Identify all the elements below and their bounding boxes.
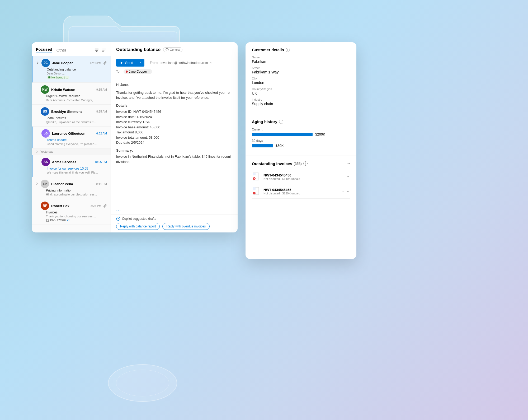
email-time: 8:25 PM [91, 204, 101, 207]
days30-amount: $50K [276, 144, 284, 148]
list-item[interactable]: LG Laurence Gilbertson 6:52 AM Teams upd… [32, 127, 111, 148]
email-list-sidebar: Focused Other [32, 42, 111, 232]
invoice-chevron-icon[interactable] [346, 189, 350, 193]
badge-label: General [170, 48, 180, 51]
email-subject: Outstanding balance [47, 68, 107, 71]
reply-balance-report-button[interactable]: Reply with balance report [116, 223, 160, 230]
email-preview: Dear Devon,... [47, 72, 107, 75]
avatar: EP [41, 180, 49, 188]
email-preview: @Keiko, I uploaded all the pictures fr..… [46, 120, 107, 124]
email-subject: Pricing Information [46, 189, 107, 192]
email-time: 12:55PM [90, 61, 101, 64]
sort-icon[interactable] [102, 48, 106, 53]
from-label: From: [150, 61, 158, 65]
industry-value: Supply chain [252, 102, 350, 106]
svg-rect-8 [48, 76, 50, 78]
section-header: Customer details i [252, 48, 350, 52]
country-value: UK [252, 91, 350, 95]
invoices-title: Outstanding invoices [252, 161, 292, 166]
email-subject: Team Pictures [46, 116, 107, 120]
invoice-item: NWT-0434545456 Not disputed · $140K unpa… [252, 170, 350, 184]
expand-icon [35, 182, 39, 185]
email-items-list: JC Jane Cooper 12:55PM Outstanding balan… [32, 56, 111, 232]
list-item[interactable]: JC Jane Cooper 12:55PM Outstanding balan… [32, 56, 111, 83]
city-value: London [252, 81, 350, 85]
email-body-p1: Thanks for getting back to me. I'm glad … [116, 90, 232, 100]
current-bar [252, 133, 313, 136]
invoice-chevron-icon[interactable] [346, 175, 350, 179]
invoice-date: Invoice date: 1/16/2024 [116, 114, 232, 120]
email-subject: Invoices [46, 211, 107, 214]
invoice-status: Not disputed · $120K unpaid [263, 192, 338, 195]
reply-overdue-invoices-button[interactable]: Reply with overdue invoices [162, 223, 210, 230]
details-label: Details: [116, 103, 232, 108]
northwind-badge: Northwind tr... [47, 76, 69, 79]
sender-name: Brooklyn Simmons [51, 110, 94, 114]
list-item[interactable]: RF Robert Fox 8:25 PM Invoices Thank you… [32, 199, 111, 225]
email-preview: Dear Accounts Receivable Manager,... [46, 99, 107, 102]
email-subject-title: Outstanding balance [116, 47, 161, 52]
list-item[interactable]: BS Brooklyn Simmons 8:25 AM Team Picture… [32, 105, 111, 127]
current-bar-row: Current $200K [252, 128, 350, 136]
email-content-panel: Outstanding balance General Send [111, 42, 238, 232]
email-time: 9:55 AM [96, 88, 107, 91]
invoice-actions: ··· [341, 175, 350, 179]
sender-name: Kristin Watson [51, 88, 94, 92]
send-button[interactable]: Send [116, 59, 137, 67]
customer-details-info-icon[interactable]: i [286, 48, 290, 52]
sender-name: Laurence Gilbertson [52, 132, 94, 136]
send-dropdown-button[interactable] [137, 59, 144, 67]
email-time: 6:52 AM [96, 132, 107, 135]
filter-icon[interactable] [94, 48, 99, 53]
invoices-more-icon[interactable]: ··· [347, 161, 350, 166]
email-subject: Invoice for our services 10.55 [47, 167, 107, 170]
aging-info-icon[interactable]: i [279, 120, 283, 124]
summary-label: Summary: [116, 148, 232, 153]
due-date: Due date 2/5/2024 [116, 140, 232, 145]
section-title: Customer details [252, 48, 284, 52]
customer-details-section: Customer details i Name Fabrikam Street … [246, 42, 356, 114]
recipient-chip[interactable]: Jane Cooper × [124, 69, 152, 74]
sender-name: Eleanor Pena [51, 182, 94, 186]
to-row: To Jane Cooper × [116, 69, 232, 74]
aging-title: Aging history [252, 119, 277, 124]
industry-label: Industry [252, 98, 350, 101]
recipient-dot [126, 71, 128, 73]
invoice-more-icon[interactable]: ··· [341, 189, 344, 193]
svg-rect-4 [96, 51, 97, 52]
country-label: Country/Region [252, 87, 350, 91]
remove-recipient-icon[interactable]: × [148, 70, 150, 73]
sender-name: Acme Services [52, 160, 92, 164]
attachment-filename: INV - 276528 [50, 219, 66, 222]
invoice-currency: Invoice currency: USD [116, 119, 232, 125]
aging-section-header: Aging history i [252, 119, 350, 124]
invoice-more-icon[interactable]: ··· [341, 175, 344, 179]
send-row: Send From: devonlane@northwindtraders.co… [116, 59, 232, 67]
city-label: City [252, 77, 350, 80]
invoice-base: Invoice base amount: 45,000 [116, 125, 232, 130]
copilot-label: Copilot suggested drafts [122, 217, 156, 221]
svg-rect-2 [95, 49, 98, 49]
tab-other[interactable]: Other [56, 48, 67, 52]
street-label: Street [252, 66, 350, 69]
current-amount: $200K [315, 132, 325, 136]
header-icons [94, 48, 106, 53]
attachment-row: INV - 276528 +1 [46, 219, 107, 222]
invoices-info-icon[interactable]: i [303, 161, 308, 166]
aging-history-section: Aging history i Current $200K 30 days $5… [246, 114, 356, 156]
email-list-header: Focused Other [32, 42, 111, 56]
invoices-count: (358) [294, 162, 302, 166]
email-time: 9:14 PM [96, 182, 107, 185]
action-buttons: Reply with balance report Reply with ove… [116, 223, 232, 230]
tab-focused[interactable]: Focused [36, 47, 52, 53]
list-item[interactable]: EP Eleanor Pena 9:14 PM Pricing Informat… [32, 177, 111, 199]
street-value: Fabrikam 1 Way [252, 70, 350, 74]
avatar: KW [41, 85, 49, 94]
expand-icon [36, 61, 39, 64]
list-item[interactable]: AS Acme Services 10:55 PM Invoice for ou… [32, 155, 111, 177]
email-time: 10:55 PM [95, 160, 107, 164]
invoice-id-label: NWT-0434545465 [263, 188, 338, 192]
list-item[interactable]: KW Kristin Watson 9:55 AM Urgent Review … [32, 83, 111, 105]
email-preview: Thank you for choosing our services.... [46, 215, 107, 218]
street-field: Street Fabrikam 1 Way [252, 66, 350, 74]
